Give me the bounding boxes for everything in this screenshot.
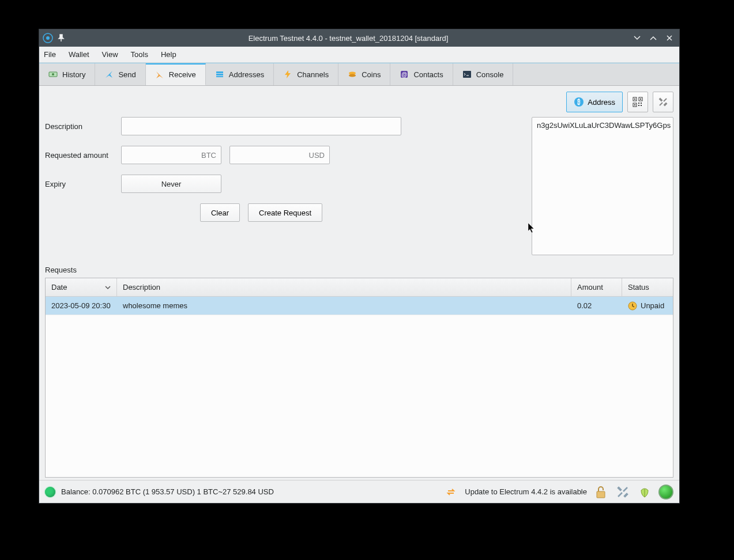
menu-view[interactable]: View (102, 50, 118, 59)
svg-point-8 (349, 74, 356, 77)
svg-rect-11 (463, 71, 471, 78)
address-display[interactable]: n3g2sUwiXLuLaUrC3DWawLSPTy6Gps (532, 117, 673, 255)
svg-point-1 (46, 36, 50, 40)
cell-status-text: Unpaid (641, 301, 664, 310)
qr-icon (633, 97, 643, 107)
tab-contacts[interactable]: @ Contacts (390, 63, 453, 85)
svg-rect-4 (216, 71, 223, 73)
window-title: Electrum Testnet 4.4.0 - testnet_wallet_… (69, 34, 627, 43)
preferences-icon[interactable] (615, 484, 631, 500)
col-date[interactable]: Date (46, 278, 117, 296)
tab-label: Coins (362, 70, 381, 79)
col-status[interactable]: Status (622, 278, 673, 296)
statusbar: Balance: 0.070962 BTC (1 953.57 USD) 1 B… (39, 480, 679, 503)
minimize-button[interactable] (631, 32, 643, 44)
close-button[interactable] (663, 32, 676, 44)
description-input[interactable] (121, 117, 401, 135)
titlebar: Electrum Testnet 4.4.0 - testnet_wallet_… (39, 29, 679, 47)
tab-console[interactable]: Console (453, 63, 514, 85)
table-body: 2023-05-09 20:30 wholesome memes 0.02 Un… (46, 297, 673, 315)
tab-coins[interactable]: Coins (338, 63, 390, 85)
tab-label: Channels (297, 70, 329, 79)
address-text: n3g2sUwiXLuLaUrC3DWawLSPTy6Gps (537, 121, 671, 130)
requests-table: Date Description Amount Status 2023-05-0… (45, 278, 673, 478)
tools-icon (658, 97, 668, 107)
sort-desc-icon (105, 285, 111, 290)
menubar: File Wallet View Tools Help (39, 47, 679, 63)
contacts-icon: @ (400, 70, 409, 79)
cell-status: Unpaid (622, 301, 673, 311)
svg-rect-20 (638, 103, 639, 104)
tab-label: Contacts (413, 70, 443, 79)
console-icon (462, 70, 472, 79)
svg-rect-25 (597, 491, 605, 498)
send-icon (104, 70, 114, 79)
qr-button[interactable] (627, 92, 648, 112)
menu-file[interactable]: File (44, 50, 56, 59)
addresses-icon (215, 70, 224, 79)
col-amount[interactable]: Amount (571, 278, 622, 296)
form-column: Description Requested amount Expiry Neve… (45, 92, 526, 255)
lock-icon[interactable] (593, 484, 609, 500)
top-row: Description Requested amount Expiry Neve… (45, 92, 673, 255)
col-description[interactable]: Description (117, 278, 571, 296)
expiry-value: Never (161, 180, 182, 188)
status-led-icon (45, 487, 55, 497)
cell-amount: 0.02 (571, 301, 622, 310)
update-icon (443, 484, 459, 500)
amount-usd-input[interactable] (229, 146, 330, 164)
requested-amount-label: Requested amount (45, 151, 121, 160)
menu-tools[interactable]: Tools (131, 50, 148, 59)
requests-label: Requests (45, 266, 673, 274)
update-text[interactable]: Update to Electrum 4.4.2 is available (465, 487, 587, 496)
col-date-label: Date (51, 283, 67, 292)
svg-rect-23 (641, 105, 642, 106)
receive-icon (155, 70, 164, 80)
svg-rect-15 (634, 99, 635, 100)
col-description-label: Description (123, 283, 160, 292)
svg-point-3 (52, 73, 54, 75)
tab-channels[interactable]: Channels (274, 63, 338, 85)
table-header: Date Description Amount Status (46, 278, 673, 297)
clear-button[interactable]: Clear (200, 203, 240, 222)
menu-help[interactable]: Help (161, 50, 176, 59)
create-button-label: Create Request (259, 209, 311, 217)
expiry-label: Expiry (45, 180, 121, 188)
tab-addresses[interactable]: Addresses (206, 63, 274, 85)
expiry-combo[interactable]: Never (121, 175, 221, 193)
svg-rect-21 (641, 103, 642, 104)
col-amount-label: Amount (577, 283, 603, 292)
create-request-button[interactable]: Create Request (248, 203, 322, 222)
svg-rect-6 (216, 76, 223, 77)
table-row[interactable]: 2023-05-09 20:30 wholesome memes 0.02 Un… (46, 297, 673, 315)
tab-label: Receive (169, 70, 196, 79)
tab-send[interactable]: Send (95, 63, 145, 85)
app-icon (43, 33, 53, 43)
svg-text:₿: ₿ (577, 99, 581, 105)
network-led-icon[interactable] (658, 485, 673, 500)
clear-button-label: Clear (211, 209, 229, 217)
address-button[interactable]: ₿ Address (566, 92, 623, 112)
tab-label: History (62, 70, 85, 79)
amount-btc-input[interactable] (121, 146, 221, 164)
app-window: Electrum Testnet 4.4.0 - testnet_wallet_… (39, 29, 680, 504)
balance-text: Balance: 0.070962 BTC (1 953.57 USD) 1 B… (61, 487, 274, 496)
tab-label: Addresses (229, 70, 264, 79)
pin-icon[interactable] (57, 33, 66, 43)
svg-rect-19 (634, 104, 635, 105)
receive-panel: Description Requested amount Expiry Neve… (39, 86, 679, 480)
tab-receive[interactable]: Receive (146, 63, 206, 85)
tools-button[interactable] (653, 92, 673, 112)
maximize-button[interactable] (647, 32, 660, 44)
svg-rect-17 (640, 99, 641, 100)
menu-wallet[interactable]: Wallet (69, 50, 89, 59)
svg-rect-22 (638, 105, 639, 106)
history-icon (48, 70, 58, 79)
tab-history[interactable]: History (39, 63, 95, 85)
description-label: Description (45, 122, 121, 131)
clock-icon (628, 301, 637, 311)
seed-icon[interactable] (637, 484, 653, 500)
cell-date: 2023-05-09 20:30 (46, 301, 117, 310)
svg-text:@: @ (401, 71, 407, 78)
cell-description: wholesome memes (117, 301, 571, 310)
